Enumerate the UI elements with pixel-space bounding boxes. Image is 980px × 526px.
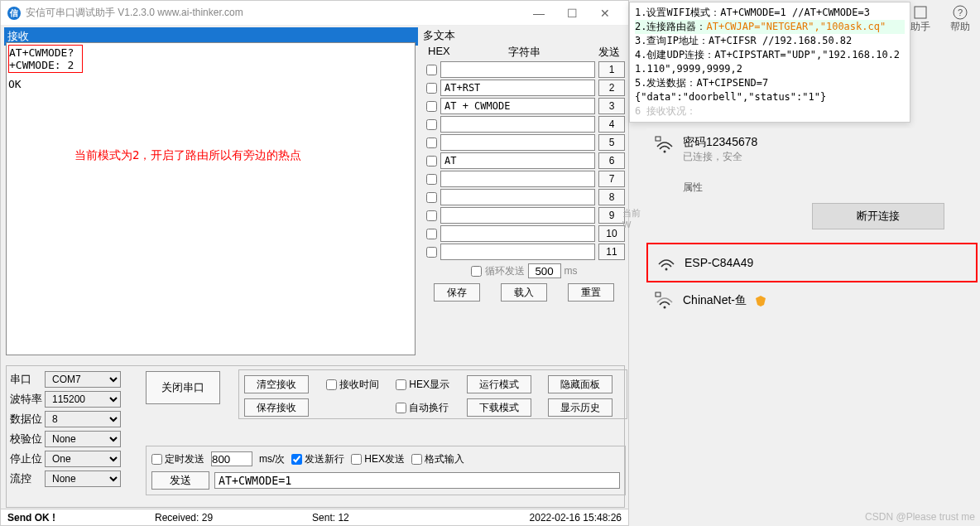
- cmd-input[interactable]: [440, 171, 595, 187]
- app-logo-icon: 信: [7, 7, 21, 20]
- cmd-input[interactable]: [440, 225, 595, 242]
- close-port-button[interactable]: 关闭串口: [146, 371, 220, 404]
- serial-tool-window: 信 安信可串口调试助手 V1.2.3.0 www.ai-thinker.com …: [0, 0, 629, 526]
- hex-checkbox[interactable]: [426, 247, 437, 258]
- receive-textarea[interactable]: AT+CWMODE? +CWMODE: 2 OK 当前模式为2，开启了路由所以有…: [6, 42, 416, 355]
- assistant-icon[interactable]: 助手: [910, 5, 930, 34]
- reset-button[interactable]: 重置: [568, 283, 614, 302]
- send-n-button[interactable]: 2: [598, 80, 625, 96]
- serial-panel: 串口COM7 波特率115200 数据位8 校验位None 停止位One 流控N…: [6, 365, 625, 508]
- hex-checkbox[interactable]: [426, 229, 437, 239]
- recv-line: OK: [8, 78, 413, 90]
- loop-interval-input[interactable]: [528, 263, 561, 278]
- stopbits-select[interactable]: One: [45, 451, 121, 467]
- run-mode-button[interactable]: 运行模式: [467, 375, 531, 393]
- hex-checkbox[interactable]: [426, 119, 437, 130]
- hide-panel-button[interactable]: 隐藏面板: [548, 375, 612, 393]
- setting-label: 停止位: [10, 451, 45, 466]
- send-n-button[interactable]: 7: [598, 171, 625, 187]
- loop-unit: ms: [564, 265, 578, 277]
- hex-checkbox[interactable]: [426, 83, 437, 94]
- send-n-button[interactable]: 4: [598, 116, 625, 133]
- hex-checkbox[interactable]: [426, 101, 437, 112]
- hex-display-checkbox[interactable]: HEX显示: [396, 378, 458, 392]
- cmd-input[interactable]: [440, 189, 595, 205]
- cmd-input[interactable]: [440, 152, 595, 169]
- hex-checkbox[interactable]: [426, 138, 437, 148]
- cmd-input[interactable]: [440, 244, 595, 260]
- send-newline-checkbox[interactable]: 发送新行: [291, 452, 344, 466]
- save-button[interactable]: 保存: [434, 283, 480, 302]
- status-timestamp: 2022-02-16 15:48:26: [530, 512, 622, 524]
- minimize-button[interactable]: —: [522, 7, 555, 20]
- cmd-input[interactable]: [440, 61, 595, 78]
- disconnect-button[interactable]: 断开连接: [812, 203, 944, 229]
- send-n-button[interactable]: 9: [598, 207, 625, 224]
- annotation-text: 当前模式为2，开启了路由所以有旁边的热点: [74, 148, 413, 163]
- hex-checkbox[interactable]: [426, 174, 437, 185]
- databits-select[interactable]: 8: [45, 411, 121, 427]
- send-button[interactable]: 发送: [151, 471, 209, 490]
- multi-row: 3: [423, 98, 625, 114]
- command-input[interactable]: [214, 472, 620, 489]
- cmd-input[interactable]: [440, 134, 595, 151]
- cmd-input[interactable]: [440, 80, 595, 96]
- hex-checkbox[interactable]: [426, 210, 437, 221]
- loop-checkbox[interactable]: [471, 266, 482, 277]
- multi-title: 多文本: [423, 28, 625, 43]
- clear-recv-button[interactable]: 清空接收: [244, 375, 309, 393]
- auto-wrap-checkbox[interactable]: 自动换行: [396, 401, 458, 415]
- recv-line: AT+CWMODE?: [9, 46, 82, 59]
- wifi-network-item[interactable]: ChinaNet-鱼: [646, 282, 978, 319]
- multi-row: 8: [423, 189, 625, 205]
- send-n-button[interactable]: 11: [598, 244, 625, 260]
- cmd-input[interactable]: [440, 98, 595, 114]
- multi-row: 5: [423, 134, 625, 151]
- load-button[interactable]: 载入: [501, 283, 547, 302]
- recv-time-checkbox[interactable]: 接收时间: [326, 378, 388, 392]
- multi-row: 2: [423, 80, 625, 96]
- timed-interval-input[interactable]: [211, 451, 252, 466]
- svg-point-3: [664, 151, 666, 153]
- wifi-network-item[interactable]: ESP-C84A49: [646, 243, 978, 282]
- loop-label: 循环发送: [485, 264, 525, 278]
- send-n-button[interactable]: 5: [598, 134, 625, 151]
- send-n-button[interactable]: 3: [598, 98, 625, 114]
- wifi-name: 密码12345678: [683, 135, 757, 150]
- send-n-button[interactable]: 8: [598, 189, 625, 205]
- show-history-button[interactable]: 显示历史: [548, 398, 612, 417]
- wifi-connected[interactable]: 密码12345678 已连接，安全: [646, 128, 978, 171]
- highlighted-response: AT+CWMODE? +CWMODE: 2: [8, 45, 83, 73]
- flowctrl-select[interactable]: None: [45, 471, 121, 487]
- multi-row: 6: [423, 152, 625, 169]
- cmd-input[interactable]: [440, 207, 595, 224]
- port-select[interactable]: COM7: [45, 371, 121, 388]
- setting-label: 流控: [10, 471, 45, 486]
- save-recv-button[interactable]: 保存接收: [244, 398, 309, 417]
- hex-checkbox[interactable]: [426, 192, 437, 203]
- send-n-button[interactable]: 1: [598, 61, 625, 78]
- close-button[interactable]: ✕: [588, 7, 622, 20]
- send-n-button[interactable]: 10: [598, 225, 625, 242]
- help-icon[interactable]: ? 帮助: [950, 5, 970, 34]
- setting-label: 波特率: [10, 392, 45, 407]
- hex-checkbox[interactable]: [426, 65, 437, 75]
- timed-send-checkbox[interactable]: 定时发送: [151, 452, 204, 466]
- baud-select[interactable]: 115200: [45, 391, 121, 408]
- maximize-button[interactable]: ☐: [555, 7, 588, 20]
- download-mode-button[interactable]: 下载模式: [467, 398, 531, 417]
- col-send: 发送: [598, 45, 620, 60]
- multi-row: 11: [423, 244, 625, 260]
- wifi-properties-link[interactable]: 属性: [683, 181, 978, 195]
- send-n-button[interactable]: 6: [598, 152, 625, 169]
- cmd-input[interactable]: [440, 116, 595, 133]
- serial-settings: 串口COM7 波特率115200 数据位8 校验位None 停止位One 流控N…: [10, 371, 134, 490]
- col-string: 字符串: [508, 45, 540, 60]
- send-panel: 定时发送 ms/次 发送新行 HEX发送 格式输入 发送: [146, 446, 626, 495]
- parity-select[interactable]: None: [45, 431, 121, 447]
- hex-send-checkbox[interactable]: HEX发送: [351, 452, 405, 466]
- fmt-input-checkbox[interactable]: 格式输入: [411, 452, 464, 466]
- hex-checkbox[interactable]: [426, 156, 437, 166]
- multi-command-panel: 多文本 HEX 字符串 发送 1 2 3 4 5 6 7 8 9 10 11 循…: [423, 28, 625, 302]
- code-tooltip: 1.设置WIFI模式：AT+CWMODE=1 //AT+CWMODE=3 2.连…: [629, 2, 910, 123]
